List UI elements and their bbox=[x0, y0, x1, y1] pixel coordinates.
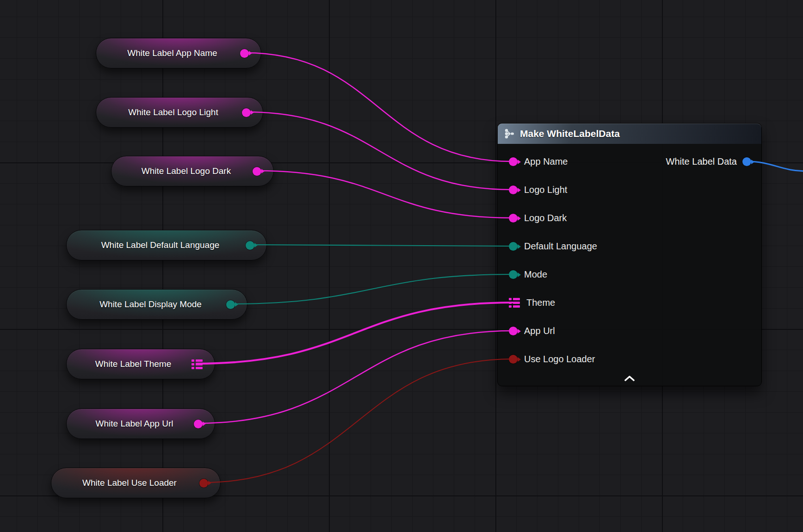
wire-theme[interactable] bbox=[197, 303, 513, 364]
wire-white-label-data-output[interactable] bbox=[747, 161, 803, 171]
wire-app-url[interactable] bbox=[198, 331, 513, 423]
wire-layer bbox=[0, 0, 803, 532]
wire-display-mode[interactable] bbox=[230, 274, 513, 304]
blueprint-graph-canvas[interactable]: White Label App Name White Label Logo Li… bbox=[0, 0, 803, 532]
wire-app-name[interactable] bbox=[244, 53, 513, 161]
wire-logo-light[interactable] bbox=[246, 112, 513, 190]
wire-logo-dark[interactable] bbox=[257, 171, 513, 218]
wire-use-loader[interactable] bbox=[204, 359, 513, 483]
wire-default-language[interactable] bbox=[250, 245, 513, 246]
